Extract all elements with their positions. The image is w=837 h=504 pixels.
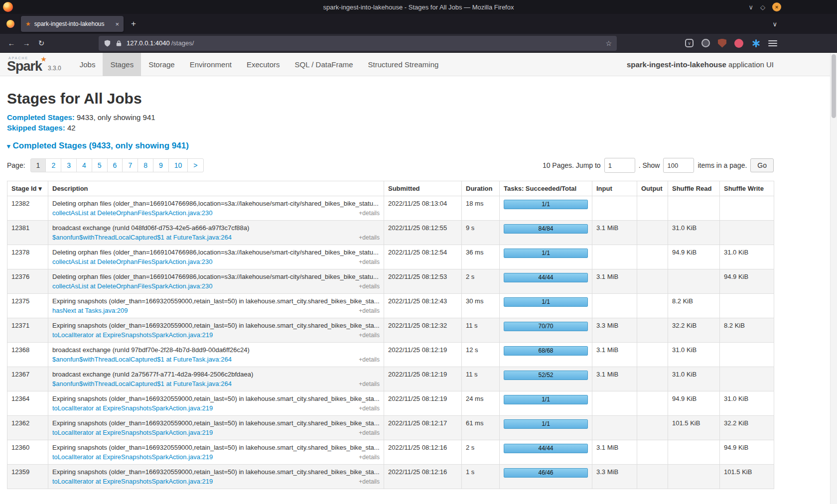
details-toggle[interactable]: +details [355, 332, 380, 339]
page-button-3[interactable]: 3 [61, 158, 77, 172]
page-button-2[interactable]: 2 [45, 158, 61, 172]
page-button-9[interactable]: 9 [153, 158, 169, 172]
details-toggle[interactable]: +details [355, 307, 380, 314]
submitted-cell: 2022/11/25 08:12:43 [384, 294, 462, 318]
output-cell [637, 343, 668, 367]
new-tab-button[interactable]: + [127, 17, 140, 31]
details-toggle[interactable]: +details [355, 234, 380, 241]
stage-callsite-link[interactable]: $anonfun$withThreadLocalCaptured$1 at Fu… [52, 356, 232, 363]
window-title: spark-ingest-into-lakehouse - Stages for… [0, 3, 837, 11]
scrollbar-thumb[interactable] [832, 54, 836, 118]
window-minimize-button[interactable]: ∨ [748, 4, 753, 10]
skipped-stages-link[interactable]: Skipped Stages: [7, 124, 65, 132]
spark-logo[interactable]: APACHE Spark★ [7, 55, 42, 73]
stage-callsite-link[interactable]: toLocalIterator at ExpireSnapshotsSparkA… [52, 331, 213, 339]
table-row: 12359 Expiring snapshots (older_than=166… [7, 465, 774, 489]
column-duration[interactable]: Duration [462, 181, 500, 196]
nav-tab-stages[interactable]: Stages [103, 53, 141, 76]
page-button-5[interactable]: 5 [92, 158, 108, 172]
input-cell [592, 391, 637, 416]
tasks-cell: 1/1 [500, 391, 592, 416]
stage-callsite-link[interactable]: toLocalIterator at ExpireSnapshotsSparkA… [52, 404, 213, 412]
adblock-shield-icon[interactable] [718, 39, 726, 48]
nav-tab-storage[interactable]: Storage [141, 53, 182, 76]
page-button-8[interactable]: 8 [138, 158, 153, 172]
page-button-10[interactable]: 10 [168, 158, 188, 172]
nav-tab-executors[interactable]: Executors [239, 53, 287, 76]
details-toggle[interactable]: +details [355, 283, 380, 290]
task-progress-bar: 46/46 [504, 468, 588, 478]
column-shuffle-read[interactable]: Shuffle Read [668, 181, 720, 196]
stages-table: Stage Id ▾ Description Submitted Duratio… [7, 181, 774, 489]
tab-close-icon[interactable]: × [115, 21, 119, 27]
page-size-input[interactable] [663, 158, 694, 173]
details-toggle[interactable]: +details [355, 429, 380, 436]
page-button-4[interactable]: 4 [76, 158, 92, 172]
jump-to-page-input[interactable] [604, 158, 635, 173]
completed-stages-link[interactable]: Completed Stages: [7, 113, 75, 122]
tasks-cell: 1/1 [500, 416, 592, 440]
list-all-tabs-button[interactable]: ∨ [772, 20, 777, 28]
details-toggle[interactable]: +details [355, 405, 380, 412]
page-button-7[interactable]: 7 [122, 158, 138, 172]
stage-callsite-link[interactable]: $anonfun$withThreadLocalCaptured$1 at Fu… [52, 380, 232, 387]
shuffle-write-cell: 94.9 KiB [720, 269, 774, 294]
back-button[interactable]: ← [4, 36, 19, 51]
column-tasks[interactable]: Tasks: Succeeded/Total [500, 181, 592, 196]
shuffle-read-cell: 31.0 KiB [668, 367, 720, 391]
window-maximize-button[interactable]: ◇ [760, 4, 765, 10]
task-progress-bar: 52/52 [504, 371, 588, 380]
nav-tab-jobs[interactable]: Jobs [72, 53, 103, 76]
page-button-1[interactable]: 1 [30, 158, 46, 172]
shuffle-read-cell [668, 465, 720, 489]
details-toggle[interactable]: +details [355, 478, 380, 485]
column-output[interactable]: Output [637, 181, 668, 196]
details-toggle[interactable]: +details [355, 454, 380, 461]
details-toggle[interactable]: +details [355, 210, 380, 217]
stage-callsite-link[interactable]: $anonfun$withThreadLocalCaptured$1 at Fu… [52, 234, 232, 241]
stage-description: Expiring snapshots (older_than=166932055… [52, 419, 380, 427]
duration-cell: 61 ms [462, 416, 500, 440]
duration-cell: 18 ms [462, 196, 500, 221]
firefox-view-button[interactable] [4, 17, 17, 30]
page-scrollbar[interactable] [830, 53, 837, 504]
page-button-next[interactable]: > [187, 158, 203, 172]
stage-callsite-link[interactable]: collectAsList at DeleteOrphanFilesSparkA… [52, 258, 213, 265]
hamburger-menu-icon[interactable] [768, 40, 777, 46]
nav-tab-structured-streaming[interactable]: Structured Streaming [361, 53, 446, 76]
column-description[interactable]: Description [48, 181, 384, 196]
column-shuffle-write[interactable]: Shuffle Write [720, 181, 774, 196]
page-button-6[interactable]: 6 [107, 158, 123, 172]
details-toggle[interactable]: +details [355, 258, 380, 265]
reload-button[interactable]: ↻ [34, 36, 49, 51]
stage-callsite-link[interactable]: hasNext at Tasks.java:209 [52, 307, 128, 314]
details-toggle[interactable]: +details [355, 356, 380, 363]
details-toggle[interactable]: +details [355, 380, 380, 387]
nav-tab-sql-dataframe[interactable]: SQL / DataFrame [287, 53, 361, 76]
column-stage-id[interactable]: Stage Id ▾ [7, 181, 48, 196]
stage-callsite-link[interactable]: toLocalIterator at ExpireSnapshotsSparkA… [52, 453, 213, 461]
pocket-icon[interactable]: ∨ [685, 39, 694, 47]
completed-stages-section-header[interactable]: ▾Completed Stages (9433, only showing 94… [7, 141, 774, 151]
column-input[interactable]: Input [592, 181, 637, 196]
stage-description: Expiring snapshots (older_than=166932055… [52, 444, 380, 451]
nav-tab-environment[interactable]: Environment [182, 53, 239, 76]
stage-description: Deleting orphan files (older_than=166910… [52, 249, 380, 256]
url-bar[interactable]: 127.0.0.1:4040 /stages/ ☆ [99, 36, 617, 51]
window-close-button[interactable]: × [772, 2, 781, 11]
tracking-protection-shield-icon[interactable] [104, 39, 111, 47]
forward-button[interactable]: → [19, 36, 34, 51]
go-button[interactable]: Go [750, 158, 774, 172]
browser-tab[interactable]: ★ spark-ingest-into-lakehous × [21, 16, 124, 32]
bookmark-star-icon[interactable]: ☆ [605, 39, 612, 47]
stage-callsite-link[interactable]: toLocalIterator at ExpireSnapshotsSparkA… [52, 429, 213, 436]
extension-pink-icon[interactable] [734, 39, 743, 48]
stage-callsite-link[interactable]: collectAsList at DeleteOrphanFilesSparkA… [52, 209, 213, 217]
stage-callsite-link[interactable]: toLocalIterator at ExpireSnapshotsSparkA… [52, 478, 213, 485]
extension-asterisk-icon[interactable] [751, 39, 760, 48]
account-avatar-icon[interactable] [701, 39, 710, 47]
input-cell [592, 416, 637, 440]
site-security-lock-icon[interactable] [116, 40, 122, 47]
column-submitted[interactable]: Submitted [384, 181, 462, 196]
stage-callsite-link[interactable]: collectAsList at DeleteOrphanFilesSparkA… [52, 282, 213, 290]
